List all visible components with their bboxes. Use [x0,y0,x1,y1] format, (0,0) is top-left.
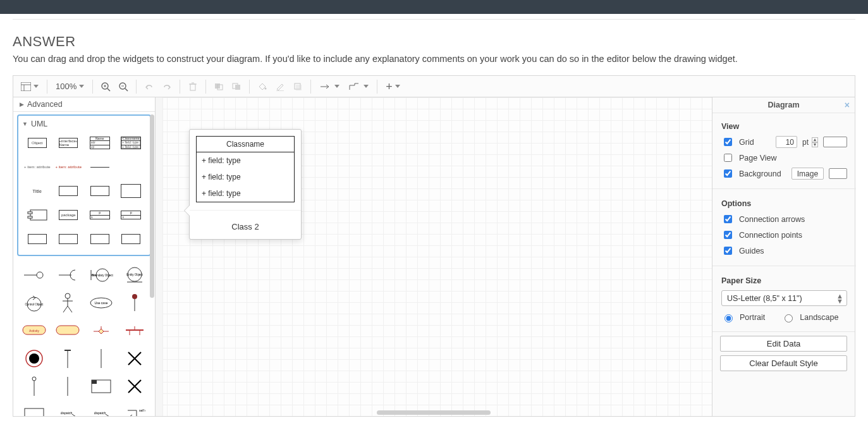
shape-preview-popup[interactable]: Classname + field: type + field: type + … [189,129,302,240]
shape-rect-1[interactable] [22,228,52,250]
shape-title[interactable]: Title [22,180,52,202]
grid-size-input[interactable]: 10 [776,136,797,148]
svg-text:Entity Object: Entity Object [126,273,143,276]
diagram-editor: 100% [13,75,855,417]
connection-points-checkbox[interactable] [724,231,732,239]
grid-color-swatch[interactable] [823,137,847,147]
background-color-swatch[interactable] [829,168,847,179]
shape-end[interactable] [18,346,49,371]
caret-down-icon [395,85,400,88]
connection-arrows-checkbox[interactable] [724,215,732,223]
shape-empty[interactable] [116,156,147,178]
shape-table-mini-2[interactable]: Classname+ field: type+ field: type [116,132,147,154]
redo-button[interactable] [159,78,175,95]
shape-boundary[interactable]: Boundary Object [85,262,116,288]
shape-rect-3[interactable] [85,228,115,250]
svg-line-40 [63,306,68,312]
undo-button[interactable] [141,78,157,95]
zoom-dropdown[interactable]: 100% [52,78,88,95]
shape-table-mini-1[interactable]: Nameattrop [85,132,115,154]
triangle-right-icon: ▶ [20,101,24,107]
canvas[interactable]: Classname + field: type + field: type + … [156,97,712,416]
shape-object[interactable]: Object [22,132,52,154]
guides-checkbox[interactable] [724,247,732,255]
uml-section-header[interactable]: ▼ UML [18,117,150,131]
add-dropdown[interactable]: + [382,78,404,95]
shape-bar-3[interactable] [18,374,49,399]
delete-button[interactable] [185,78,201,95]
caret-down-icon [34,85,39,88]
shape-x[interactable] [119,346,150,371]
shape-bar-4[interactable] [52,374,83,399]
shape-dispatch[interactable]: dispatch [52,402,83,416]
line-color-button[interactable] [272,78,288,95]
shape-actor[interactable] [52,290,83,316]
shape-bar-2[interactable] [85,346,116,371]
edit-data-button[interactable]: Edit Data [720,336,847,352]
shape-rect-2[interactable] [54,228,84,250]
shape-branch[interactable] [85,318,116,343]
landscape-radio[interactable] [785,314,793,322]
grid-stepper[interactable]: ▲▼ [812,137,818,147]
shape-activity-1[interactable]: Activity [18,318,49,343]
sidebar-scrollbar[interactable] [149,112,154,416]
shape-pin[interactable] [119,290,150,316]
canvas-scrollbar-horizontal[interactable] [156,410,712,416]
shape-entity[interactable]: Entity Object [119,262,150,288]
shape-x-thin[interactable] [119,374,150,399]
to-back-button[interactable] [228,78,245,95]
shape-divider[interactable] [85,156,115,178]
shape-selfcall[interactable]: self call [119,402,150,416]
close-icon[interactable]: × [845,100,850,110]
fill-color-button[interactable] [254,78,271,95]
pageview-label: Page View [739,154,777,163]
scrollbar-thumb[interactable] [377,410,491,415]
shape-dispatch-2[interactable]: dispatch [85,402,116,416]
shape-card-1[interactable] [54,180,84,202]
shape-package[interactable]: package [54,204,84,226]
zoom-in-button[interactable] [97,78,114,95]
sidebar-section-uml: ▼ UML Object «interface» Name Nameattrop… [17,114,151,256]
shape-frame[interactable] [85,374,116,399]
shape-fork[interactable] [119,318,150,343]
paper-size-select[interactable]: US-Letter (8,5" x 11") ▲▼ [721,290,847,306]
shape-usecase[interactable]: Use case [85,290,116,316]
grid-checkbox[interactable] [724,138,732,146]
to-front-button[interactable] [211,78,227,95]
background-checkbox[interactable] [724,169,732,178]
shape-lollipop[interactable] [18,262,49,288]
connection-style-dropdown[interactable] [315,78,343,95]
portrait-radio[interactable] [724,314,733,322]
sidebar-section-advanced[interactable]: ▶ Advanced [13,97,155,112]
shape-list-2[interactable]: pa [116,204,147,226]
shape-list-1[interactable]: pa [85,204,115,226]
shape-control[interactable]: Control Object [18,290,49,316]
shape-bar-1[interactable] [52,346,83,371]
shape-interface[interactable]: «interface» Name [54,132,84,154]
shape-socket[interactable] [52,262,83,288]
zoom-out-button[interactable] [115,78,131,95]
shape-activity-2[interactable] [52,318,83,343]
uml-class-shape[interactable]: Classname + field: type + field: type + … [196,136,295,202]
shape-component[interactable] [22,204,52,226]
shape-note[interactable] [18,402,49,416]
shadow-button[interactable] [290,78,306,95]
background-image-button[interactable]: Image [792,168,824,180]
svg-point-64 [32,377,36,381]
shape-card-2[interactable] [85,180,115,202]
class-field: + field: type [197,152,294,169]
clear-default-style-button[interactable]: Clear Default Style [720,355,847,371]
class-field: + field: type [197,185,294,202]
landscape-label: Landscape [800,313,838,322]
shape-rect-4[interactable] [116,228,147,250]
scrollbar-thumb[interactable] [150,114,154,298]
shape-item-attr-1[interactable]: + item: attribute [22,156,52,178]
svg-point-26 [37,272,43,278]
layout-dropdown[interactable] [17,78,42,95]
stepper-down-icon: ▼ [812,142,818,147]
pageview-checkbox[interactable] [724,154,732,162]
zoom-out-icon [118,82,128,92]
shape-item-attr-2[interactable]: + item: attribute [54,156,84,178]
waypoint-style-dropdown[interactable] [345,78,372,95]
shape-rect[interactable] [116,180,147,202]
